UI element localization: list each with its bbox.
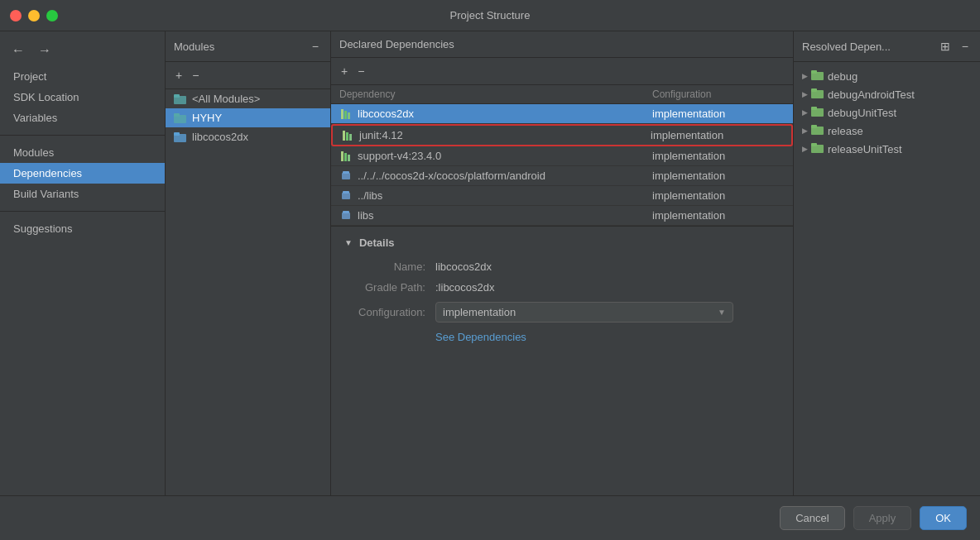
details-row-configuration: Configuration: implementation ▼ xyxy=(344,302,780,323)
forward-button[interactable]: → xyxy=(35,41,55,60)
chevron-right-icon-debug: ▶ xyxy=(802,72,808,80)
resolved-expand-btn[interactable]: ⊞ xyxy=(937,38,954,55)
resolved-panel-title: Resolved Depen... xyxy=(802,41,891,53)
folder-green-icon-dat xyxy=(811,88,824,101)
maximize-button[interactable] xyxy=(46,10,58,22)
resolved-panel: Resolved Depen... ⊞ − ▶ debug ▶ debugAnd… xyxy=(794,31,980,495)
svg-rect-18 xyxy=(343,191,349,194)
dependencies-panel: Declared Dependencies + − Dependency Con… xyxy=(331,31,794,495)
resolved-panel-header: Resolved Depen... ⊞ − xyxy=(794,31,980,62)
ok-button[interactable]: OK xyxy=(920,506,967,530)
dep-toolbar: + − xyxy=(331,58,793,85)
dep-conf-dotlibs: implementation xyxy=(652,189,785,202)
title-bar: Project Structure xyxy=(0,0,980,31)
dep-rows: libcocos2dx implementation junit:4.12 im… xyxy=(331,104,793,226)
dep-remove-btn[interactable]: − xyxy=(354,63,368,79)
chevron-down-icon: ▼ xyxy=(718,308,726,317)
modules-remove-header-btn[interactable]: − xyxy=(309,38,322,55)
chevron-right-icon-release: ▶ xyxy=(802,127,808,135)
svg-rect-7 xyxy=(344,111,347,119)
dep-name-libs: libs xyxy=(339,209,652,222)
module-item-libcocos2dx[interactable]: libcocos2dx xyxy=(166,127,330,146)
module-item-hyhy[interactable]: HYHY xyxy=(166,108,330,127)
modules-toolbar: + − xyxy=(166,62,330,89)
module-item-all[interactable]: <All Modules> xyxy=(166,89,330,108)
gradle-icon-support xyxy=(339,151,353,162)
minimize-button[interactable] xyxy=(28,10,40,22)
details-name-label: Name: xyxy=(344,260,435,273)
jar-icon-dotlibs xyxy=(339,190,353,202)
details-row-seedeps: See Dependencies xyxy=(344,331,780,343)
res-label-dat: debugAndroidTest xyxy=(828,88,915,101)
configuration-select[interactable]: implementation ▼ xyxy=(435,302,733,323)
dep-row-junit[interactable]: junit:4.12 implementation xyxy=(331,124,793,146)
folder-green-icon-release xyxy=(811,124,824,137)
window-controls[interactable] xyxy=(10,10,58,22)
dep-add-btn[interactable]: + xyxy=(338,63,351,79)
sidebar-item-suggestions[interactable]: Suggestions xyxy=(0,218,165,239)
dep-conf-junit: implementation xyxy=(651,129,783,141)
dep-row-libcocos2dx[interactable]: libcocos2dx implementation xyxy=(331,104,793,124)
svg-rect-6 xyxy=(341,109,343,119)
dep-conf-cocos2d: implementation xyxy=(652,170,785,182)
res-item-release[interactable]: ▶ release xyxy=(797,122,977,140)
configuration-select-value: implementation xyxy=(443,306,516,318)
dep-row-dotlibs[interactable]: ../libs implementation xyxy=(331,186,793,206)
svg-rect-30 xyxy=(811,143,817,146)
see-dependencies-link[interactable]: See Dependencies xyxy=(435,331,526,343)
svg-rect-24 xyxy=(811,88,817,92)
svg-rect-26 xyxy=(811,107,817,110)
svg-rect-28 xyxy=(811,125,817,128)
res-item-releaseunittest[interactable]: ▶ releaseUnitTest xyxy=(797,140,977,158)
svg-rect-17 xyxy=(342,193,350,199)
res-label-release: release xyxy=(828,125,863,137)
folder-green-icon-dut xyxy=(811,106,824,119)
res-item-debugunittest[interactable]: ▶ debugUnitTest xyxy=(797,103,977,122)
modules-panel-title: Modules xyxy=(174,41,214,53)
resolved-tree: ▶ debug ▶ debugAndroidTest ▶ debugUnitTe… xyxy=(794,62,980,495)
dep-row-libs[interactable]: libs implementation xyxy=(331,206,793,226)
details-title: Details xyxy=(359,237,395,249)
svg-rect-14 xyxy=(348,155,350,161)
dep-conf-libcocos2dx: implementation xyxy=(652,108,785,120)
dep-row-cocos2d[interactable]: ../../../cocos2d-x/cocos/platform/androi… xyxy=(331,166,793,186)
sidebar-item-modules[interactable]: Modules xyxy=(0,142,165,163)
svg-rect-9 xyxy=(343,131,345,141)
res-item-debug[interactable]: ▶ debug xyxy=(797,67,977,85)
details-name-value: libcocos2dx xyxy=(435,260,492,273)
module-label-hyhy: HYHY xyxy=(192,112,222,124)
dep-row-support[interactable]: support-v4:23.4.0 implementation xyxy=(331,146,793,166)
res-item-debugandroidtest[interactable]: ▶ debugAndroidTest xyxy=(797,85,977,103)
folder-green-icon-rut xyxy=(811,142,824,155)
details-collapse-btn[interactable]: ▼ xyxy=(344,238,353,247)
chevron-right-icon-rut: ▶ xyxy=(802,145,808,153)
apply-button[interactable]: Apply xyxy=(853,506,912,530)
sidebar-item-sdk-location[interactable]: SDK Location xyxy=(0,87,165,108)
details-gradle-path-value: :libcocos2dx xyxy=(435,281,495,294)
cancel-button[interactable]: Cancel xyxy=(780,506,844,530)
svg-rect-19 xyxy=(342,213,350,219)
module-list: <All Modules> HYHY libcocos2dx xyxy=(166,89,330,495)
svg-rect-15 xyxy=(342,173,350,179)
sidebar-item-build-variants[interactable]: Build Variants xyxy=(0,184,165,204)
dep-panel-header: Declared Dependencies xyxy=(331,31,793,58)
res-label-debug: debug xyxy=(828,70,858,83)
sidebar: ← → Project SDK Location Variables Modul… xyxy=(0,31,166,495)
back-button[interactable]: ← xyxy=(8,41,28,60)
modules-add-btn[interactable]: + xyxy=(172,67,185,84)
gradle-icon-libcocos2dx xyxy=(339,108,353,120)
resolved-minus-btn[interactable]: − xyxy=(958,38,972,55)
modules-remove-btn[interactable]: − xyxy=(189,67,202,84)
svg-rect-16 xyxy=(343,171,349,174)
folder-green-icon-debug xyxy=(811,69,824,83)
details-gradle-path-label: Gradle Path: xyxy=(344,281,435,294)
svg-rect-5 xyxy=(174,132,180,136)
jar-icon-cocos2d xyxy=(339,170,353,182)
sidebar-item-project[interactable]: Project xyxy=(0,66,165,87)
module-label-all: <All Modules> xyxy=(192,93,260,105)
details-configuration-label: Configuration: xyxy=(344,306,435,318)
sidebar-item-dependencies[interactable]: Dependencies xyxy=(0,163,165,184)
sidebar-item-variables[interactable]: Variables xyxy=(0,108,165,128)
svg-rect-1 xyxy=(174,94,180,98)
close-button[interactable] xyxy=(10,10,22,22)
